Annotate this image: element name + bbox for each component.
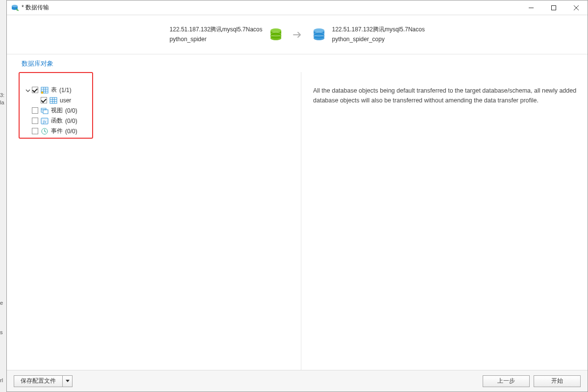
tree-node-events[interactable]: 事件 (0/0) xyxy=(25,126,301,136)
info-text: All the database objects being default t… xyxy=(313,86,578,105)
svg-rect-2 xyxy=(552,5,556,10)
checkbox[interactable] xyxy=(32,87,38,93)
tree-node-label: 事件 xyxy=(51,127,63,135)
tree-node-label: 函数 xyxy=(51,117,63,125)
database-icon xyxy=(312,27,326,42)
table-icon xyxy=(49,97,57,104)
source-connection: 122.51.187.132腾讯mysql5.7Nacos python_spi… xyxy=(170,25,283,44)
close-button[interactable] xyxy=(565,0,588,15)
background-fragment: 3: xyxy=(0,92,6,98)
checkbox[interactable] xyxy=(32,128,38,134)
info-pane: All the database objects being default t… xyxy=(301,72,588,370)
checkbox[interactable] xyxy=(32,118,38,124)
object-tree: 表 (1/1) user 视图 (0/0) xyxy=(7,72,301,136)
data-transfer-window: * 数据传输 122.51.187.132腾讯mysql5.7Nacos pyt… xyxy=(6,0,588,392)
tree-node-label: 视图 xyxy=(51,106,63,115)
tree-node-functions[interactable]: fx 函数 (0/0) xyxy=(25,116,301,126)
tree-node-count: (0/0) xyxy=(65,118,77,124)
svg-rect-23 xyxy=(43,110,48,114)
event-icon xyxy=(41,127,49,135)
tree-node-views[interactable]: 视图 (0/0) xyxy=(25,105,301,116)
target-server-label: 122.51.187.132腾讯mysql5.7Nacos xyxy=(332,25,425,34)
background-fragment: s xyxy=(0,329,6,335)
section-title: 数据库对象 xyxy=(7,54,588,72)
start-button[interactable]: 开始 xyxy=(534,375,581,387)
tree-node-label: 表 xyxy=(51,86,57,94)
checkbox[interactable] xyxy=(41,97,47,103)
maximize-button[interactable] xyxy=(542,0,565,15)
database-icon xyxy=(269,27,283,42)
svg-point-0 xyxy=(12,4,18,6)
svg-point-16 xyxy=(41,91,43,93)
svg-text:fx: fx xyxy=(43,119,47,124)
target-connection: 122.51.187.132腾讯mysql5.7Nacos python_spi… xyxy=(312,25,425,44)
start-button-label: 开始 xyxy=(551,377,563,385)
save-profile-dropdown[interactable] xyxy=(62,376,72,387)
tree-node-table-user[interactable]: user xyxy=(25,95,301,105)
prev-button[interactable]: 上一步 xyxy=(483,375,530,387)
footer: 保存配置文件 上一步 开始 xyxy=(7,370,588,392)
function-icon: fx xyxy=(41,117,49,125)
table-icon xyxy=(41,86,49,94)
window-title: * 数据传输 xyxy=(22,3,49,12)
save-profile-label: 保存配置文件 xyxy=(14,377,62,385)
tree-node-count: (0/0) xyxy=(65,107,77,114)
svg-rect-17 xyxy=(50,98,57,103)
source-server-label: 122.51.187.132腾讯mysql5.7Nacos xyxy=(170,25,262,34)
chevron-down-icon[interactable] xyxy=(25,88,30,93)
arrow-right-icon xyxy=(292,29,303,40)
connection-summary: 122.51.187.132腾讯mysql5.7Nacos python_spi… xyxy=(7,15,588,54)
source-database-label: python_spider xyxy=(170,35,262,44)
save-profile-button[interactable]: 保存配置文件 xyxy=(14,375,73,387)
tree-node-count: (0/0) xyxy=(65,128,77,135)
tree-node-count: (1/1) xyxy=(59,87,72,94)
prev-button-label: 上一步 xyxy=(497,377,515,385)
checkbox[interactable] xyxy=(32,107,38,114)
tree-node-tables[interactable]: 表 (1/1) xyxy=(25,85,301,95)
view-icon xyxy=(41,107,49,115)
background-fragment: rl xyxy=(0,377,6,383)
tree-node-label: user xyxy=(60,97,71,104)
main-area: 表 (1/1) user 视图 (0/0) xyxy=(7,72,588,370)
titlebar: * 数据传输 xyxy=(7,0,588,15)
svg-point-5 xyxy=(270,28,281,32)
background-fragment: la xyxy=(0,99,6,105)
caret-down-icon xyxy=(66,380,70,382)
object-tree-pane: 表 (1/1) user 视图 (0/0) xyxy=(7,72,301,370)
target-database-label: python_spider_copy xyxy=(332,35,425,44)
svg-point-8 xyxy=(314,28,324,32)
minimize-button[interactable] xyxy=(520,0,542,15)
app-icon xyxy=(11,4,19,12)
background-fragment: e xyxy=(0,300,6,306)
